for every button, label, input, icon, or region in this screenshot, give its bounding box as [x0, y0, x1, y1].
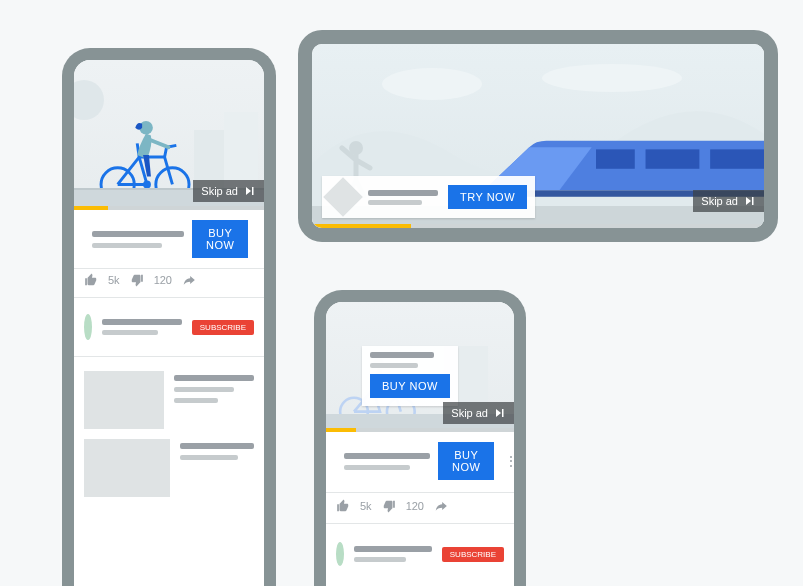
related-row — [74, 439, 264, 507]
skip-ad-label: Skip ad — [701, 195, 738, 207]
related-meta-placeholder — [174, 398, 218, 403]
headline-placeholder — [344, 453, 430, 459]
thumb-up-icon[interactable] — [336, 499, 350, 513]
skip-ad-button[interactable]: Skip ad — [443, 402, 514, 424]
related-title-placeholder — [180, 443, 254, 449]
video-player: Skip ad — [74, 60, 264, 210]
channel-name-placeholder — [354, 546, 432, 552]
dislike-count: 120 — [154, 274, 172, 286]
related-meta-placeholder — [180, 455, 238, 460]
svg-point-4 — [382, 68, 482, 100]
like-count: 5k — [360, 500, 372, 512]
mobile-mockup-below-video-cta: Skip ad BUY NOW ⋮ 5k 120 SUBSCRIBE — [62, 48, 276, 586]
thumb-up-icon[interactable] — [84, 273, 98, 287]
creator-row: SUBSCRIBE — [326, 530, 514, 566]
svg-rect-7 — [596, 149, 635, 168]
overlay-headline-placeholder — [368, 190, 438, 196]
subscribe-button[interactable]: SUBSCRIBE — [192, 320, 254, 335]
divider — [74, 356, 264, 357]
related-title-placeholder — [174, 375, 254, 381]
avatar[interactable] — [84, 314, 92, 340]
svg-rect-9 — [710, 149, 764, 168]
subscribe-button[interactable]: SUBSCRIBE — [442, 547, 504, 562]
buy-now-button[interactable]: BUY NOW — [370, 374, 450, 398]
related-row — [74, 361, 264, 439]
tablet-mockup-overlay-cta: TRY NOW Skip ad — [298, 30, 778, 242]
below-video-row: BUY NOW ⋮ — [326, 432, 514, 486]
buy-now-button[interactable]: BUY NOW — [438, 442, 494, 480]
avatar[interactable] — [336, 542, 344, 566]
svg-point-5 — [542, 64, 682, 92]
divider — [326, 492, 514, 493]
divider — [326, 523, 514, 524]
skip-ad-button[interactable]: Skip ad — [693, 190, 764, 212]
overlay-subhead-placeholder — [370, 363, 418, 368]
channel-sub-placeholder — [102, 330, 158, 335]
svg-rect-8 — [646, 149, 700, 168]
related-thumbnail[interactable] — [84, 439, 170, 497]
like-count: 5k — [108, 274, 120, 286]
more-icon[interactable]: ⋮ — [256, 231, 274, 247]
thumb-down-icon[interactable] — [382, 499, 396, 513]
skip-ad-label: Skip ad — [201, 185, 238, 197]
played-bar — [312, 224, 411, 228]
headline-placeholder — [92, 231, 184, 237]
dislike-count: 120 — [406, 500, 424, 512]
more-icon[interactable]: ⋮ — [502, 453, 520, 469]
mobile-mockup-on-video-cta: BUY NOW Skip ad BUY NOW ⋮ 5k 120 — [314, 290, 526, 586]
try-now-button[interactable]: TRY NOW — [448, 185, 527, 209]
overlay-subhead-placeholder — [368, 200, 422, 205]
related-meta-placeholder — [174, 387, 234, 392]
ad-overlay-thumb — [323, 177, 363, 217]
skip-next-icon — [744, 195, 756, 207]
video-player: BUY NOW Skip ad — [326, 302, 514, 432]
overlay-headline-placeholder — [370, 352, 434, 358]
engagement-row: 5k 120 — [326, 499, 514, 513]
subhead-placeholder — [92, 243, 162, 248]
below-video-row: BUY NOW ⋮ — [74, 210, 264, 264]
skip-next-icon — [494, 407, 506, 419]
buy-now-button[interactable]: BUY NOW — [192, 220, 248, 258]
share-icon[interactable] — [182, 273, 196, 287]
skip-ad-button[interactable]: Skip ad — [193, 180, 264, 202]
progress-bar[interactable] — [312, 224, 764, 228]
progress-bar[interactable] — [74, 206, 264, 210]
channel-name-placeholder — [102, 319, 182, 325]
engagement-row: 5k 120 — [74, 273, 264, 287]
played-bar — [326, 428, 356, 432]
share-icon[interactable] — [434, 499, 448, 513]
video-player: TRY NOW Skip ad — [312, 44, 764, 228]
progress-bar[interactable] — [326, 428, 514, 432]
skip-ad-label: Skip ad — [451, 407, 488, 419]
divider — [74, 268, 264, 269]
played-bar — [74, 206, 108, 210]
thumb-down-icon[interactable] — [130, 273, 144, 287]
ad-overlay-card: TRY NOW — [322, 176, 535, 218]
divider — [74, 297, 264, 298]
cloud-shape — [64, 80, 104, 120]
channel-sub-placeholder — [354, 557, 406, 562]
ad-overlay-card: BUY NOW — [362, 346, 458, 406]
subhead-placeholder — [344, 465, 410, 470]
creator-row: SUBSCRIBE — [74, 302, 264, 352]
related-thumbnail[interactable] — [84, 371, 164, 429]
skip-next-icon — [244, 185, 256, 197]
